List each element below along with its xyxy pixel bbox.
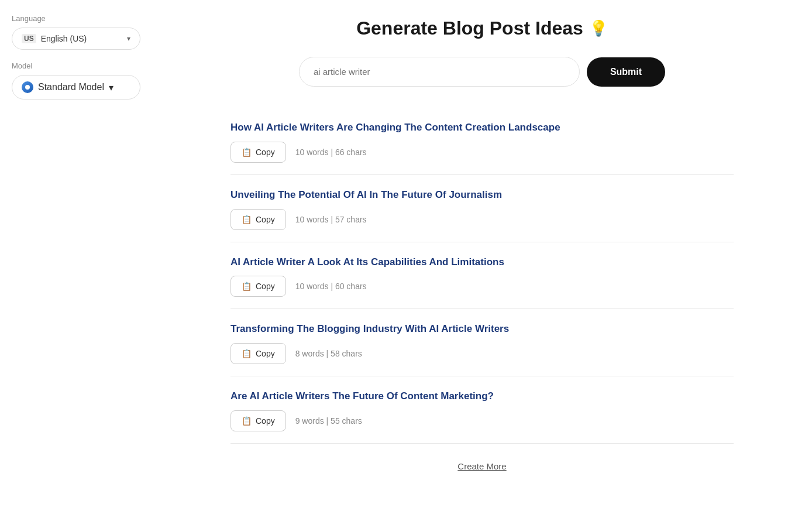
chevron-down-icon: ▾ [127, 35, 130, 43]
result-title-4: Are AI Article Writers The Future Of Con… [230, 389, 734, 403]
search-input[interactable] [299, 57, 580, 87]
result-title-0: How AI Article Writers Are Changing The … [230, 121, 734, 135]
result-item: How AI Article Writers Are Changing The … [230, 108, 734, 175]
result-meta-1: 10 words | 57 chars [295, 215, 367, 224]
copy-label-1: Copy [256, 215, 275, 224]
result-item: Unveiling The Potential Of AI In The Fut… [230, 175, 734, 242]
result-item: AI Article Writer A Look At Its Capabili… [230, 242, 734, 310]
model-select[interactable]: Standard Model ▾ [12, 75, 140, 100]
result-meta-2: 10 words | 60 chars [295, 282, 367, 291]
clipboard-icon: 📋 [242, 282, 252, 291]
result-item: Are AI Article Writers The Future Of Con… [230, 376, 734, 444]
copy-button-2[interactable]: 📋 Copy [230, 276, 286, 297]
model-value: Standard Model [38, 82, 104, 92]
language-select[interactable]: US English (US) ▾ [12, 28, 140, 50]
result-actions-2: 📋 Copy 10 words | 60 chars [230, 276, 734, 297]
copy-button-3[interactable]: 📋 Copy [230, 343, 286, 364]
page-title: Generate Blog Post Ideas 💡 [356, 18, 608, 39]
result-meta-4: 9 words | 55 chars [295, 416, 362, 426]
clipboard-icon: 📋 [242, 215, 252, 224]
clipboard-icon: 📋 [242, 349, 252, 358]
copy-label-0: Copy [256, 148, 275, 157]
result-title-1: Unveiling The Potential Of AI In The Fut… [230, 188, 734, 202]
copy-button-4[interactable]: 📋 Copy [230, 410, 286, 431]
main-content: Generate Blog Post Ideas 💡 Submit How AI… [164, 0, 812, 528]
page-header: Generate Blog Post Ideas 💡 [187, 18, 777, 39]
search-input-wrap [299, 57, 580, 87]
result-actions-1: 📋 Copy 10 words | 57 chars [230, 209, 734, 230]
chevron-down-icon: ▾ [109, 82, 113, 93]
copy-label-3: Copy [256, 349, 275, 358]
lightbulb-icon: 💡 [589, 19, 608, 37]
create-more-button[interactable]: Create More [457, 461, 506, 471]
language-value: English (US) [41, 34, 122, 43]
clipboard-icon: 📋 [242, 148, 252, 157]
model-icon-inner [25, 85, 30, 90]
sidebar: Language US English (US) ▾ Model Standar… [0, 0, 164, 528]
copy-button-0[interactable]: 📋 Copy [230, 142, 286, 163]
result-item: Transforming The Blogging Industry With … [230, 309, 734, 376]
copy-button-1[interactable]: 📋 Copy [230, 209, 286, 230]
result-meta-0: 10 words | 66 chars [295, 148, 367, 157]
result-actions-3: 📋 Copy 8 words | 58 chars [230, 343, 734, 364]
clipboard-icon: 📋 [242, 416, 252, 426]
result-title-3: Transforming The Blogging Industry With … [230, 322, 734, 336]
search-bar-row: Submit [187, 57, 777, 87]
model-label: Model [12, 61, 152, 70]
result-actions-0: 📋 Copy 10 words | 66 chars [230, 142, 734, 163]
results-list: How AI Article Writers Are Changing The … [230, 108, 734, 444]
copy-label-4: Copy [256, 416, 275, 426]
submit-button[interactable]: Submit [587, 57, 665, 87]
copy-label-2: Copy [256, 282, 275, 291]
create-more-wrap: Create More [187, 461, 777, 472]
model-icon [22, 81, 33, 93]
result-title-2: AI Article Writer A Look At Its Capabili… [230, 255, 734, 269]
result-actions-4: 📋 Copy 9 words | 55 chars [230, 410, 734, 431]
result-meta-3: 8 words | 58 chars [295, 349, 362, 358]
language-flag: US [22, 34, 36, 43]
page-title-text: Generate Blog Post Ideas [356, 18, 583, 39]
language-label: Language [12, 14, 152, 23]
